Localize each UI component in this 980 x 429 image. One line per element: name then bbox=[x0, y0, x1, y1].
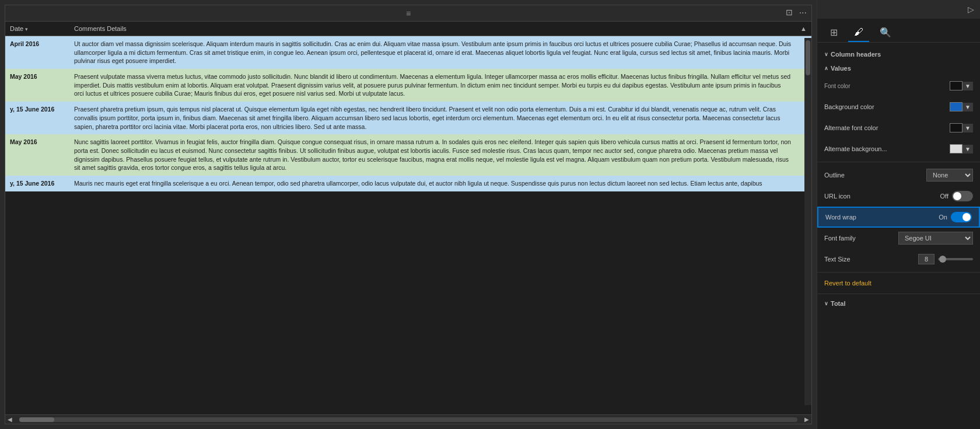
drag-handle-icon: ≡ bbox=[406, 9, 411, 18]
data-table: Date ▾ Comments Details ▲ April 2016 Ut … bbox=[5, 22, 811, 191]
font-color-label: Font color bbox=[824, 83, 950, 89]
toggle-thumb bbox=[953, 192, 961, 200]
url-icon-label: URL icon bbox=[824, 193, 940, 200]
font-color-dropdown[interactable]: ▼ bbox=[963, 82, 973, 90]
text-size-label: Text Size bbox=[824, 256, 918, 263]
cell-date-3: May 2016 bbox=[5, 134, 69, 176]
cell-text-3: Nunc sagittis laoreet porttitor. Vivamus… bbox=[69, 134, 796, 176]
revert-to-default-link[interactable]: Revert to default bbox=[817, 275, 980, 291]
alternate-font-color-label: Alternate font color bbox=[824, 124, 950, 131]
format-content: ∨ Column headers ∧ Values Font color ▼ B… bbox=[817, 43, 980, 429]
cell-date-0: April 2016 bbox=[5, 36, 69, 69]
font-color-row: Font color ▼ bbox=[817, 75, 980, 96]
alternate-font-color-dropdown[interactable]: ▼ bbox=[963, 124, 973, 132]
word-wrap-row: Word wrap On bbox=[817, 207, 980, 228]
url-icon-toggle[interactable] bbox=[952, 191, 973, 201]
alternate-background-swatch[interactable] bbox=[950, 144, 963, 154]
col-header-date: Date ▾ bbox=[5, 22, 69, 36]
text-size-slider[interactable] bbox=[938, 258, 973, 260]
chevron-up-icon: ∧ bbox=[824, 65, 828, 71]
font-family-row: Font family Segoe UI Arial Calibri Times… bbox=[817, 228, 980, 249]
word-wrap-toggle-thumb bbox=[963, 213, 971, 221]
tab-table[interactable]: ⊞ bbox=[824, 23, 844, 42]
table-icon: ⊞ bbox=[830, 27, 838, 37]
alternate-font-color-swatch[interactable] bbox=[950, 123, 963, 132]
url-icon-row: URL icon Off bbox=[817, 186, 980, 207]
scroll-left-icon[interactable]: ◀ bbox=[5, 416, 15, 423]
scroll-right-icon[interactable]: ▶ bbox=[802, 416, 811, 423]
table-wrapper: Date ▾ Comments Details ▲ April 2016 Ut … bbox=[5, 22, 811, 414]
alternate-font-color-row: Alternate font color ▼ bbox=[817, 117, 980, 138]
divider-2 bbox=[817, 272, 980, 273]
outline-select[interactable]: None Inner Outer All bbox=[926, 169, 973, 182]
outline-row: Outline None Inner Outer All bbox=[817, 165, 980, 186]
scroll-up-arrow[interactable]: ▲ bbox=[796, 22, 811, 36]
table-row: May 2016 Praesent vulputate massa viverr… bbox=[5, 69, 811, 102]
word-wrap-label: Word wrap bbox=[825, 214, 939, 221]
table-row: April 2016 Ut auctor diam vel massa dign… bbox=[5, 36, 811, 69]
tab-analytics[interactable]: 🔍 bbox=[874, 23, 897, 42]
cell-date-4: y, 15 June 2016 bbox=[5, 176, 69, 191]
outline-label: Outline bbox=[824, 172, 926, 179]
divider-3 bbox=[817, 294, 980, 294]
background-color-label: Background color bbox=[824, 103, 950, 110]
chevron-total-icon: ∨ bbox=[824, 301, 828, 306]
column-headers-label: Column headers bbox=[831, 51, 881, 58]
col-header-comments: Comments Details bbox=[69, 22, 796, 36]
alternate-background-row: Alternate backgroun... ▼ bbox=[817, 138, 980, 159]
background-color-dropdown[interactable]: ▼ bbox=[963, 103, 973, 111]
section-column-headers[interactable]: ∨ Column headers bbox=[817, 47, 980, 61]
table-row: May 2016 Nunc sagittis laoreet porttitor… bbox=[5, 134, 811, 176]
font-family-select[interactable]: Segoe UI Arial Calibri Times New Roman bbox=[898, 232, 973, 245]
cell-text-0: Ut auctor diam vel massa dignissim scele… bbox=[69, 36, 796, 69]
panel-expand-icon[interactable]: ▷ bbox=[967, 4, 975, 15]
table-row: y, 15 June 2016 Praesent pharetra pretiu… bbox=[5, 102, 811, 134]
word-wrap-toggle-container: On bbox=[939, 212, 972, 222]
scrollbar-thumb bbox=[19, 417, 54, 422]
tab-format[interactable]: 🖌 bbox=[848, 23, 869, 42]
font-color-swatch[interactable] bbox=[950, 81, 963, 90]
more-options-icon[interactable]: ··· bbox=[799, 8, 807, 18]
slider-thumb bbox=[939, 256, 946, 263]
alternate-background-label: Alternate backgroun... bbox=[824, 145, 950, 152]
cell-date-2: y, 15 June 2016 bbox=[5, 102, 69, 134]
right-top-bar: ▷ bbox=[817, 0, 980, 19]
cell-date-1: May 2016 bbox=[5, 69, 69, 102]
table-panel: ≡ ⊡ ··· Date ▾ Comments Details ▲ April … bbox=[5, 5, 812, 424]
text-size-row: Text Size 8 bbox=[817, 249, 980, 270]
section-values[interactable]: ∧ Values bbox=[817, 61, 980, 75]
right-format-panel: ▷ ⊞ 🖌 🔍 ∨ Column headers ∧ Values Font c… bbox=[817, 0, 980, 429]
cell-text-2: Praesent pharetra pretium ipsum, quis te… bbox=[69, 102, 796, 134]
section-total[interactable]: ∨ Total bbox=[817, 297, 980, 311]
url-icon-state: Off bbox=[940, 193, 949, 200]
word-wrap-state: On bbox=[939, 214, 947, 221]
alternate-background-dropdown[interactable]: ▼ bbox=[963, 145, 973, 154]
url-icon-toggle-container: Off bbox=[940, 191, 973, 201]
table-bottom-bar: ◀ ▶ bbox=[5, 414, 811, 424]
background-color-swatch[interactable] bbox=[950, 102, 963, 111]
divider-1 bbox=[817, 162, 980, 162]
expand-icon[interactable]: ⊡ bbox=[786, 8, 793, 17]
values-label: Values bbox=[831, 65, 851, 72]
table-row: y, 15 June 2016 Mauris nec mauris eget e… bbox=[5, 176, 811, 191]
horizontal-scrollbar[interactable] bbox=[19, 417, 797, 422]
total-label: Total bbox=[831, 300, 845, 307]
paintbrush-icon: 🖌 bbox=[854, 27, 863, 37]
cell-text-4: Mauris nec mauris eget erat fringilla sc… bbox=[69, 176, 796, 191]
analytics-icon: 🔍 bbox=[880, 27, 891, 37]
cell-text-1: Praesent vulputate massa viverra metus l… bbox=[69, 69, 796, 102]
table-toolbar: ≡ ⊡ ··· bbox=[5, 5, 811, 22]
background-color-row: Background color ▼ bbox=[817, 96, 980, 117]
font-family-label: Font family bbox=[824, 235, 898, 242]
format-tabs: ⊞ 🖌 🔍 bbox=[817, 19, 980, 43]
text-size-input[interactable]: 8 bbox=[918, 254, 935, 264]
vertical-scrollbar[interactable] bbox=[804, 38, 811, 405]
word-wrap-toggle[interactable] bbox=[951, 212, 972, 222]
chevron-down-icon: ∨ bbox=[824, 51, 828, 57]
